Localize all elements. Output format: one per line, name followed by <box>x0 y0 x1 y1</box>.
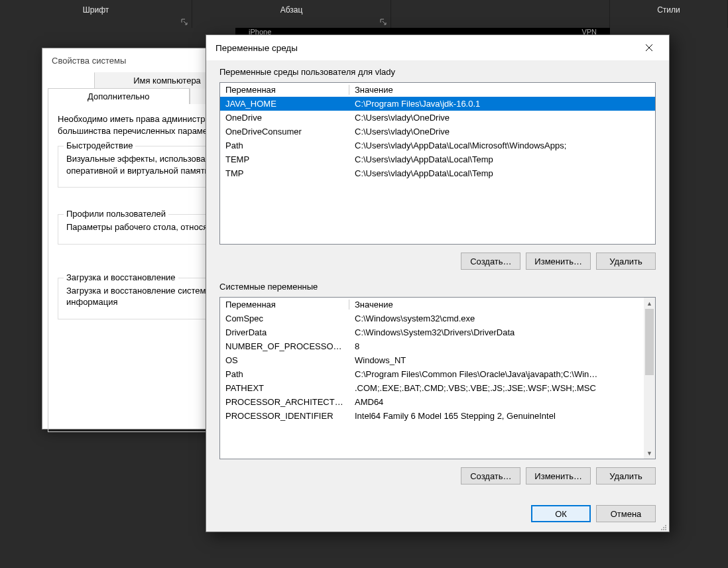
svg-rect-1 <box>663 527 664 528</box>
delete-user-var-button[interactable]: Удалить <box>596 253 656 270</box>
cell-variable: TEMP <box>220 152 349 166</box>
ok-button[interactable]: ОК <box>531 505 591 522</box>
cell-variable: PROCESSOR_ARCHITECTU… <box>220 395 349 409</box>
cell-value: C:\Program Files\Common Files\Oracle\Jav… <box>349 367 644 381</box>
cell-variable: Path <box>220 139 349 152</box>
system-vars-label: Системные переменные <box>219 282 656 292</box>
table-row[interactable]: DriverDataC:\Windows\System32\Drivers\Dr… <box>220 325 644 339</box>
scroll-up-icon[interactable]: ▲ <box>644 298 655 309</box>
table-row[interactable]: PathC:\Program Files\Common Files\Oracle… <box>220 367 644 381</box>
table-row[interactable]: OSWindows_NT <box>220 353 644 367</box>
cell-value: Windows_NT <box>349 353 644 367</box>
ribbon-group-label: Абзац <box>280 5 303 15</box>
cell-variable: OneDriveConsumer <box>220 125 349 139</box>
scroll-track[interactable] <box>644 375 655 447</box>
svg-rect-0 <box>665 525 666 526</box>
env-body: Переменные среды пользователя для vlady … <box>206 60 669 497</box>
cell-value: C:\Windows\System32\Drivers\DriverData <box>349 325 644 339</box>
system-vars-section: Системные переменные Переменная Значение… <box>219 282 656 484</box>
system-vars-list[interactable]: Переменная Значение ComSpecC:\Windows\sy… <box>219 297 656 459</box>
ribbon-group-styles: Стили <box>610 0 728 28</box>
cell-value: 8 <box>349 339 644 353</box>
close-button[interactable] <box>636 38 662 58</box>
resize-grip-icon[interactable] <box>660 522 668 530</box>
cell-variable: OS <box>220 353 349 367</box>
col-variable[interactable]: Переменная <box>220 83 349 97</box>
env-titlebar[interactable]: Переменные среды <box>206 35 669 60</box>
table-row[interactable]: PathC:\Users\vlady\AppData\Local\Microso… <box>220 139 655 152</box>
system-vars-buttons: Создать… Изменить… Удалить <box>219 467 656 484</box>
table-row[interactable]: PROCESSOR_ARCHITECTU…AMD64 <box>220 395 644 409</box>
table-row[interactable]: PATHEXT.COM;.EXE;.BAT;.CMD;.VBS;.VBE;.JS… <box>220 381 644 395</box>
dialog-launcher-icon[interactable] <box>380 19 387 25</box>
cell-value: C:\Program Files\Java\jdk-16.0.1 <box>349 97 655 111</box>
cell-variable: TMP <box>220 166 349 180</box>
col-value-label: Значение <box>355 300 393 310</box>
scroll-down-icon[interactable]: ▼ <box>644 447 655 459</box>
cell-value: .COM;.EXE;.BAT;.CMD;.VBS;.VBE;.JS;.JSE;.… <box>349 381 644 395</box>
col-variable-label: Переменная <box>225 300 276 310</box>
col-variable[interactable]: Переменная <box>220 298 349 312</box>
delete-sys-var-button[interactable]: Удалить <box>596 467 656 484</box>
ribbon-group-label: Шрифт <box>83 5 109 15</box>
svg-rect-3 <box>661 529 662 530</box>
table-row[interactable]: OneDriveConsumerC:\Users\vlady\OneDrive <box>220 125 655 139</box>
scroll-thumb[interactable] <box>645 309 654 375</box>
table-row[interactable]: TMPC:\Users\vlady\AppData\Local\Temp <box>220 166 655 180</box>
sysprops-title: Свойства системы <box>52 56 126 66</box>
scrollbar[interactable]: ▲ ▼ <box>644 298 655 459</box>
edit-user-var-button[interactable]: Изменить… <box>526 253 591 270</box>
col-value[interactable]: Значение <box>349 83 655 97</box>
cell-value: AMD64 <box>349 395 644 409</box>
environment-variables-dialog: Переменные среды Переменные среды пользо… <box>206 34 670 532</box>
group-performance-legend: Быстродействие <box>64 141 135 150</box>
ribbon-group-empty <box>391 0 610 28</box>
table-row[interactable]: TEMPC:\Users\vlady\AppData\Local\Temp <box>220 152 655 166</box>
table-row[interactable]: NUMBER_OF_PROCESSORS8 <box>220 339 644 353</box>
col-value[interactable]: Значение <box>349 298 644 312</box>
new-user-var-button[interactable]: Создать… <box>461 253 520 270</box>
col-value-label: Значение <box>355 85 393 95</box>
group-profiles-legend: Профили пользователей <box>64 209 168 219</box>
system-vars-table: Переменная Значение ComSpecC:\Windows\sy… <box>220 298 644 423</box>
cell-value: C:\Windows\system32\cmd.exe <box>349 312 644 325</box>
cell-value: C:\Users\vlady\AppData\Local\Temp <box>349 152 655 166</box>
svg-rect-4 <box>663 529 664 530</box>
edit-sys-var-button[interactable]: Изменить… <box>526 467 591 484</box>
ribbon-group-paragraph: Абзац <box>192 0 391 28</box>
table-row[interactable]: OneDriveC:\Users\vlady\OneDrive <box>220 111 655 125</box>
svg-rect-2 <box>665 527 666 528</box>
svg-rect-5 <box>665 529 666 530</box>
dialog-launcher-icon[interactable] <box>181 19 188 25</box>
cell-variable: JAVA_HOME <box>220 97 349 111</box>
ribbon-group-label: Стили <box>657 5 680 15</box>
table-row[interactable]: PROCESSOR_IDENTIFIERIntel64 Family 6 Mod… <box>220 409 644 423</box>
cell-value: C:\Users\vlady\OneDrive <box>349 111 655 125</box>
table-row[interactable]: JAVA_HOMEC:\Program Files\Java\jdk-16.0.… <box>220 97 655 111</box>
cell-variable: PATHEXT <box>220 381 349 395</box>
new-sys-var-button[interactable]: Создать… <box>461 467 520 484</box>
cell-variable: NUMBER_OF_PROCESSORS <box>220 339 349 353</box>
user-vars-list[interactable]: Переменная Значение JAVA_HOMEC:\Program … <box>219 82 656 245</box>
col-variable-label: Переменная <box>225 85 276 95</box>
close-icon <box>645 44 653 52</box>
user-vars-table: Переменная Значение JAVA_HOMEC:\Program … <box>220 83 655 180</box>
user-vars-label: Переменные среды пользователя для vlady <box>219 67 656 77</box>
cell-value: C:\Users\vlady\AppData\Local\Microsoft\W… <box>349 139 655 152</box>
tab-advanced[interactable]: Дополнительно <box>48 88 190 104</box>
ribbon: Шрифт Абзац Стили <box>0 0 728 28</box>
cancel-button[interactable]: Отмена <box>596 505 656 522</box>
dialog-footer: ОК Отмена <box>206 497 669 532</box>
group-startup-legend: Загрузка и восстановление <box>64 272 178 282</box>
cell-value: C:\Users\vlady\AppData\Local\Temp <box>349 166 655 180</box>
cell-variable: OneDrive <box>220 111 349 125</box>
cell-variable: PROCESSOR_IDENTIFIER <box>220 409 349 423</box>
user-vars-section: Переменные среды пользователя для vlady … <box>219 67 656 270</box>
table-row[interactable]: ComSpecC:\Windows\system32\cmd.exe <box>220 312 644 325</box>
cell-variable: Path <box>220 367 349 381</box>
cell-value: C:\Users\vlady\OneDrive <box>349 125 655 139</box>
user-vars-buttons: Создать… Изменить… Удалить <box>219 253 656 270</box>
cell-variable: ComSpec <box>220 312 349 325</box>
cell-value: Intel64 Family 6 Model 165 Stepping 2, G… <box>349 409 644 423</box>
env-title: Переменные среды <box>215 43 298 53</box>
